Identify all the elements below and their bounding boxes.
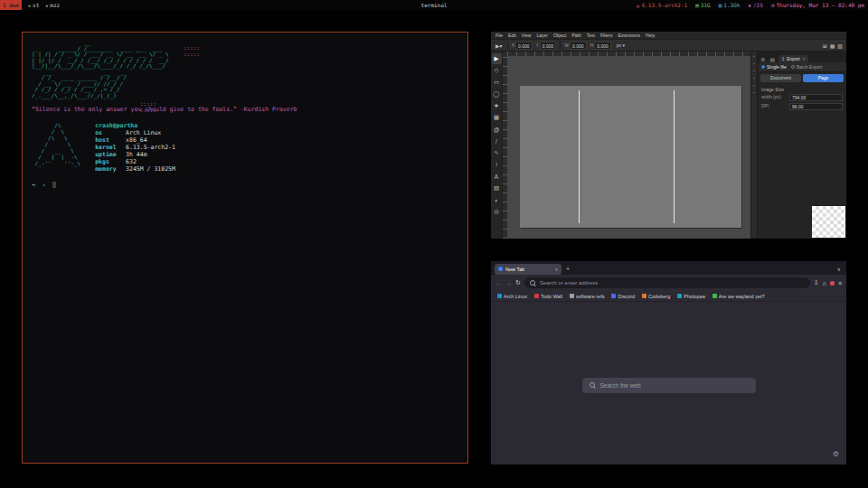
layers-icon[interactable]: ▤ bbox=[769, 56, 776, 62]
menu-object[interactable]: Object bbox=[553, 33, 566, 38]
navigation-bar: ← → ↻ Search or enter address ⇩ ⌂ ≡ bbox=[491, 275, 846, 291]
node-tool[interactable]: ◇ bbox=[492, 65, 502, 76]
search-icon bbox=[530, 280, 536, 286]
canvas-area[interactable] bbox=[503, 52, 750, 239]
tool-options-dropdown[interactable]: ▶▾ bbox=[495, 42, 504, 49]
spiral-tool[interactable]: @ bbox=[492, 124, 502, 135]
menu-hamburger-icon[interactable]: ≡ bbox=[838, 280, 842, 286]
document-page[interactable] bbox=[520, 86, 741, 228]
scale-stroke-icon[interactable]: ⊞ bbox=[823, 42, 827, 49]
kernel-module: ◭ 6.13.5-arch2-1 bbox=[637, 2, 687, 8]
export-width-input[interactable]: 794.00 bbox=[789, 94, 843, 101]
batch-export-radio[interactable]: Batch Export bbox=[791, 64, 823, 70]
web-search-input[interactable]: Search the web bbox=[582, 378, 756, 393]
menu-path[interactable]: Path bbox=[571, 33, 580, 38]
memory-module: ▥ 1.3G% bbox=[719, 2, 741, 8]
reload-button[interactable]: ↻ bbox=[515, 279, 521, 286]
menu-text[interactable]: Text bbox=[587, 33, 595, 38]
terminal-window[interactable]: __ _ ______/ /________ ____ ___ ___ | | … bbox=[22, 32, 468, 464]
fetch-row: host x86_64 bbox=[95, 136, 175, 144]
radio-dot bbox=[761, 65, 765, 69]
shell-prompt[interactable]: ~ › bbox=[32, 182, 458, 189]
export-dialog-tab[interactable]: ↥ Export × bbox=[778, 55, 808, 62]
close-icon[interactable]: × bbox=[803, 56, 806, 61]
star-tool[interactable]: ★ bbox=[492, 100, 502, 111]
bookmark-are-we-wayland-yet[interactable]: Are we wayland yet? bbox=[712, 294, 765, 299]
text-tool[interactable]: A bbox=[492, 171, 502, 182]
snap-icon[interactable]: ▪ bbox=[753, 55, 754, 59]
toolbar-separator bbox=[507, 42, 508, 50]
selector-tool[interactable]: ▶ bbox=[492, 53, 502, 64]
tab-list-chevron-icon[interactable]: ∨ bbox=[837, 266, 843, 272]
url-bar[interactable]: Search or enter address bbox=[524, 277, 810, 288]
gradient-tool[interactable]: ▧ bbox=[492, 183, 502, 193]
x-input[interactable]: 0.000 bbox=[515, 42, 533, 50]
user-host: crash@partha bbox=[95, 122, 175, 129]
recording-indicator[interactable] bbox=[830, 281, 835, 286]
box-3d-tool[interactable]: ▦ bbox=[492, 112, 502, 123]
snap-icon[interactable]: ▪ bbox=[753, 77, 754, 80]
forward-button[interactable]: → bbox=[505, 280, 512, 286]
quote-text: “Silence is the only answer you should g… bbox=[32, 106, 458, 113]
drawing-canvas[interactable] bbox=[507, 56, 750, 239]
fetch-row: uptime 3h 44m bbox=[95, 151, 175, 158]
snap-icon[interactable]: ▪ bbox=[753, 70, 754, 73]
tab-close-icon[interactable]: × bbox=[555, 267, 558, 272]
bookmark-photopea[interactable]: Photopea bbox=[677, 294, 705, 299]
snap-icon[interactable]: ▪ bbox=[753, 62, 754, 66]
menu-help[interactable]: Help bbox=[646, 33, 655, 38]
pencil-tool[interactable]: / bbox=[492, 136, 502, 146]
rectangle-tool[interactable]: ▭ bbox=[492, 77, 502, 88]
new-tab-button[interactable]: + bbox=[566, 266, 570, 272]
single-file-radio[interactable]: Single file bbox=[761, 64, 787, 70]
radio-dot bbox=[791, 65, 795, 69]
page-settings-gear-icon[interactable]: ⚙ bbox=[833, 450, 839, 458]
statusbar-app-st[interactable]: ▪ st bbox=[28, 2, 39, 8]
document-button[interactable]: Document bbox=[760, 74, 801, 82]
banner-decoration: ::::: ::::: bbox=[184, 45, 200, 57]
menu-file[interactable]: File bbox=[495, 33, 503, 38]
dock-tab-bar: ⚙ ▤ ↥ Export × bbox=[758, 52, 846, 62]
gear-icon[interactable]: ⚙ bbox=[760, 56, 766, 62]
statusbar-app-mzz[interactable]: ▪ mzz bbox=[45, 2, 60, 8]
ellipse-tool[interactable]: ◯ bbox=[492, 89, 502, 99]
toolbar-separator bbox=[560, 42, 561, 50]
snap-icon[interactable]: ▪ bbox=[753, 84, 754, 88]
vertical-guide[interactable] bbox=[579, 90, 580, 223]
fetch-row: os Arch Linux bbox=[95, 129, 175, 136]
menu-filters[interactable]: Filters bbox=[600, 33, 613, 38]
y-input[interactable]: 0.000 bbox=[540, 42, 557, 50]
menu-edit[interactable]: Edit bbox=[508, 33, 516, 38]
scale-corners-icon[interactable]: ▦ bbox=[830, 42, 835, 49]
calligraphy-tool[interactable]: ≀ bbox=[492, 159, 502, 170]
bookmark-codeberg[interactable]: Codeberg bbox=[642, 294, 670, 299]
bookmark-todo-wall[interactable]: Todo Wall bbox=[534, 294, 562, 299]
page-button[interactable]: Page bbox=[803, 74, 844, 82]
tool-controls-bar: ▶▾ X 0.000 Y 0.000 W 0.000 H 0.000 px ▾ … bbox=[491, 40, 846, 52]
bookmark-software-refs[interactable]: software refs bbox=[570, 294, 604, 299]
dropper-tool[interactable]: ◗ bbox=[492, 194, 502, 205]
bookmark-discord[interactable]: Discord bbox=[611, 294, 635, 299]
inkscape-toolbox: ▶ ◇ ▭ ◯ ★ ▦ @ / ∿ ≀ A ▧ ◗ ◎ bbox=[491, 52, 503, 239]
back-button[interactable]: ← bbox=[495, 280, 502, 286]
home-icon[interactable]: ⌂ bbox=[823, 280, 826, 286]
scale-gradient-icon[interactable]: ▧ bbox=[837, 42, 843, 49]
export-dpi-input[interactable]: 96.00 bbox=[789, 103, 843, 110]
width-label: width (px) bbox=[761, 95, 787, 100]
menu-layer[interactable]: Layer bbox=[536, 33, 548, 38]
workspace-tag[interactable]: 1 dwm bbox=[0, 0, 22, 10]
dpi-label: DPI bbox=[761, 104, 787, 109]
pen-tool[interactable]: ∿ bbox=[492, 147, 502, 158]
menu-view[interactable]: View bbox=[522, 33, 532, 38]
browser-tab[interactable]: New Tab × bbox=[495, 264, 561, 275]
menu-extensions[interactable]: Extensions bbox=[618, 33, 640, 38]
bookmark-arch-linux[interactable]: Arch Linux bbox=[497, 294, 527, 299]
y-field: Y 0.000 bbox=[536, 42, 557, 50]
zoom-tool[interactable]: ◎ bbox=[492, 206, 502, 217]
h-input[interactable]: 0.000 bbox=[594, 42, 611, 50]
downloads-icon[interactable]: ⇩ bbox=[814, 279, 819, 286]
vertical-guide[interactable] bbox=[674, 90, 675, 223]
w-input[interactable]: 0.000 bbox=[570, 42, 587, 50]
snap-icon[interactable]: ▪ bbox=[753, 91, 754, 95]
units-dropdown[interactable]: px ▾ bbox=[617, 42, 625, 48]
